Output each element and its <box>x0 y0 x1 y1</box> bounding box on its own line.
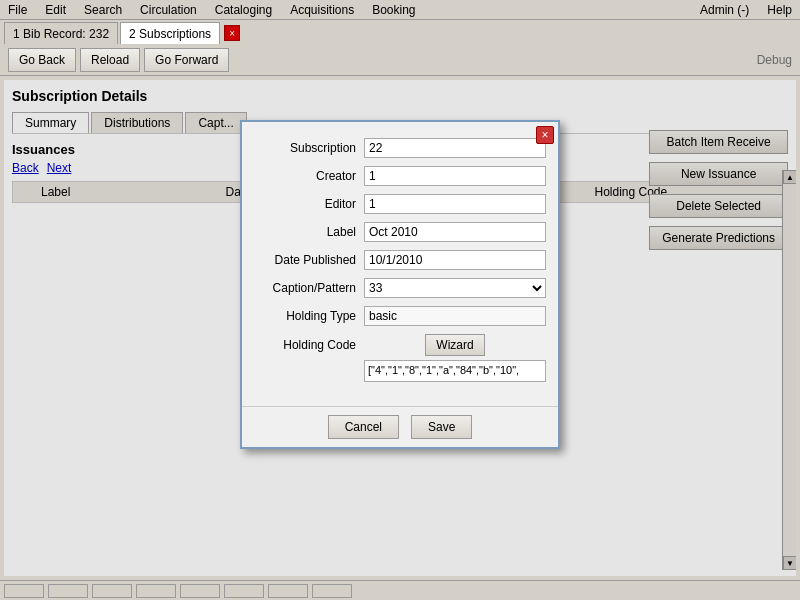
holding-type-input[interactable] <box>364 306 546 326</box>
caption-pattern-row: Caption/Pattern 33 <box>254 278 546 298</box>
status-btn-1[interactable] <box>4 584 44 598</box>
status-bar <box>0 580 800 600</box>
modal-close-button[interactable]: × <box>536 126 554 144</box>
status-btn-4[interactable] <box>136 584 176 598</box>
caption-pattern-label: Caption/Pattern <box>254 281 364 295</box>
holding-code-display: ["4","1","8","1","a","84","b","10", <box>364 360 546 382</box>
date-published-label: Date Published <box>254 253 364 267</box>
creator-input[interactable] <box>364 166 546 186</box>
subscription-input[interactable] <box>364 138 546 158</box>
caption-pattern-wrapper: 33 <box>364 278 546 298</box>
holding-code-label: Holding Code <box>254 334 364 352</box>
go-forward-button[interactable]: Go Forward <box>144 48 229 72</box>
subscription-label: Subscription <box>254 141 364 155</box>
tab-bar: 1 Bib Record: 232 2 Subscriptions × <box>0 20 800 44</box>
label-row: Label <box>254 222 546 242</box>
menu-acquisitions[interactable]: Acquisitions <box>286 1 358 19</box>
menu-circulation[interactable]: Circulation <box>136 1 201 19</box>
cancel-button[interactable]: Cancel <box>328 415 399 439</box>
main-content: Subscription Details Summary Distributio… <box>4 80 796 576</box>
label-label: Label <box>254 225 364 239</box>
close-tab-button[interactable]: × <box>224 25 240 41</box>
go-back-button[interactable]: Go Back <box>8 48 76 72</box>
modal-body: Subscription Creator Editor Label <box>242 122 558 406</box>
status-btn-7[interactable] <box>268 584 308 598</box>
holding-type-row: Holding Type <box>254 306 546 326</box>
debug-label: Debug <box>757 53 792 67</box>
menu-cataloging[interactable]: Cataloging <box>211 1 276 19</box>
status-btn-3[interactable] <box>92 584 132 598</box>
status-btn-5[interactable] <box>180 584 220 598</box>
editor-input[interactable] <box>364 194 546 214</box>
save-button[interactable]: Save <box>411 415 472 439</box>
menu-file[interactable]: File <box>4 1 31 19</box>
menu-edit[interactable]: Edit <box>41 1 70 19</box>
wizard-button[interactable]: Wizard <box>425 334 484 356</box>
reload-button[interactable]: Reload <box>80 48 140 72</box>
holding-code-row: Holding Code Wizard ["4","1","8","1","a"… <box>254 334 546 382</box>
tab-subscriptions[interactable]: 2 Subscriptions <box>120 22 220 44</box>
issuance-modal: × Subscription Creator Editor <box>240 120 560 449</box>
subscription-row: Subscription <box>254 138 546 158</box>
status-btn-6[interactable] <box>224 584 264 598</box>
creator-row: Creator <box>254 166 546 186</box>
holding-type-label: Holding Type <box>254 309 364 323</box>
modal-overlay: × Subscription Creator Editor <box>4 80 796 576</box>
menu-help[interactable]: Help <box>763 1 796 19</box>
editor-row: Editor <box>254 194 546 214</box>
menu-admin[interactable]: Admin (-) <box>696 1 753 19</box>
menu-booking[interactable]: Booking <box>368 1 419 19</box>
status-btn-8[interactable] <box>312 584 352 598</box>
date-published-row: Date Published <box>254 250 546 270</box>
label-input[interactable] <box>364 222 546 242</box>
tab-bib[interactable]: 1 Bib Record: 232 <box>4 22 118 44</box>
creator-label: Creator <box>254 169 364 183</box>
editor-label: Editor <box>254 197 364 211</box>
holding-code-area: Wizard ["4","1","8","1","a","84","b","10… <box>364 334 546 382</box>
status-btn-2[interactable] <box>48 584 88 598</box>
modal-footer: Cancel Save <box>242 406 558 447</box>
date-published-input[interactable] <box>364 250 546 270</box>
caption-pattern-select[interactable]: 33 <box>364 278 546 298</box>
menu-search[interactable]: Search <box>80 1 126 19</box>
menu-bar: File Edit Search Circulation Cataloging … <box>0 0 800 20</box>
toolbar: Go Back Reload Go Forward Debug <box>0 44 800 76</box>
